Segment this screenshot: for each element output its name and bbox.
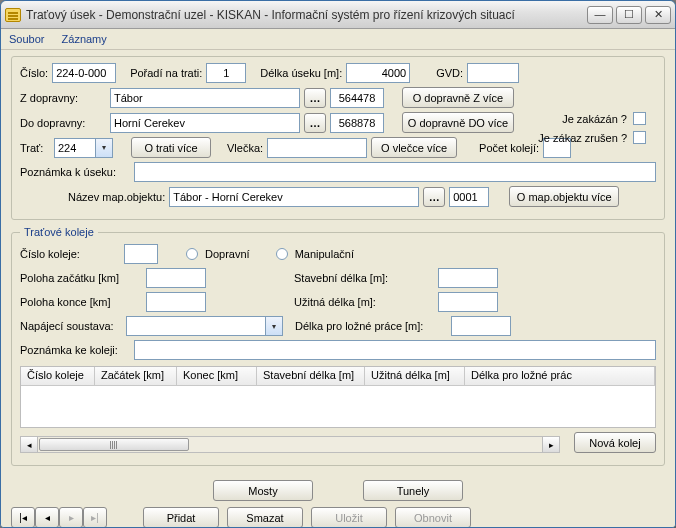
label-manipulacni: Manipulační — [295, 248, 354, 260]
label-dodopravny: Do dopravny: — [20, 117, 106, 129]
btn-mosty[interactable]: Mosty — [213, 480, 313, 501]
label-stav: Stavební délka [m]: — [294, 272, 434, 284]
label-zdopravny: Z dopravny: — [20, 92, 106, 104]
app-window: Traťový úsek - Demonstrační uzel - KISKA… — [0, 0, 676, 528]
scroll-left-icon[interactable]: ◂ — [21, 437, 38, 452]
input-poznk[interactable] — [134, 340, 656, 360]
koleje-table: Číslo koleje Začátek [km] Konec [km] Sta… — [20, 366, 656, 428]
input-vlecka[interactable] — [267, 138, 367, 158]
input-uzit[interactable] — [438, 292, 498, 312]
lookup-mapobj[interactable]: … — [423, 187, 445, 207]
input-stav[interactable] — [438, 268, 498, 288]
input-cislokoleje[interactable] — [124, 244, 158, 264]
btn-dodop-more[interactable]: O dopravně DO více — [402, 112, 514, 133]
input-dodopravny[interactable] — [110, 113, 300, 133]
btn-add[interactable]: Přidat — [143, 507, 219, 527]
input-poradi[interactable] — [206, 63, 246, 83]
btn-trat-more[interactable]: O trati více — [131, 137, 211, 158]
label-cislokoleje: Číslo koleje: — [20, 248, 120, 260]
check-zrusen[interactable] — [633, 131, 646, 144]
btn-zdop-more[interactable]: O dopravně Z více — [402, 87, 514, 108]
label-poznk: Poznámka ke koleji: — [20, 344, 130, 356]
input-mapobj-code[interactable] — [449, 187, 489, 207]
label-delka: Délka úseku [m]: — [260, 67, 342, 79]
col-zacatek[interactable]: Začátek [km] — [95, 367, 177, 386]
legend-koleje: Traťové koleje — [20, 226, 98, 238]
menu-file[interactable]: Soubor — [9, 33, 44, 45]
combo-trat[interactable]: ▾ — [54, 138, 113, 158]
input-delka[interactable] — [346, 63, 410, 83]
menubar: Soubor Záznamy — [1, 29, 675, 50]
label-poznamka: Poznámka k úseku: — [20, 166, 130, 178]
btn-refresh[interactable]: Obnovit — [395, 507, 471, 527]
col-konec[interactable]: Konec [km] — [177, 367, 257, 386]
input-poznamka[interactable] — [134, 162, 656, 182]
btn-tunely[interactable]: Tunely — [363, 480, 463, 501]
label-uzit: Užitná délka [m]: — [294, 296, 434, 308]
titlebar: Traťový úsek - Demonstrační uzel - KISKA… — [1, 1, 675, 29]
col-uzitdelka[interactable]: Užitná délka [m] — [365, 367, 465, 386]
input-trat[interactable] — [54, 138, 96, 158]
btn-nova-kolej[interactable]: Nová kolej — [574, 432, 656, 453]
chevron-down-icon[interactable]: ▾ — [266, 316, 283, 336]
input-dodop-code[interactable] — [330, 113, 384, 133]
label-pocet: Počet kolejí: — [479, 142, 539, 154]
menu-records[interactable]: Záznamy — [62, 33, 107, 45]
label-dopravni: Dopravní — [205, 248, 250, 260]
chevron-down-icon[interactable]: ▾ — [96, 138, 113, 158]
label-gvd: GVD: — [436, 67, 463, 79]
input-napaj[interactable] — [126, 316, 266, 336]
nav-next[interactable]: ▸ — [59, 507, 83, 527]
input-mapobj[interactable] — [169, 187, 419, 207]
input-zdopravny[interactable] — [110, 88, 300, 108]
app-icon — [5, 8, 21, 22]
label-polzac: Poloha začátku [km] — [20, 272, 142, 284]
nav-first[interactable]: |◂ — [11, 507, 35, 527]
label-lozne: Délka pro ložné práce [m]: — [295, 320, 447, 332]
label-poradi: Pořadí na trati: — [130, 67, 202, 79]
record-nav: |◂ ◂ ▸ ▸| — [11, 507, 107, 527]
lookup-zdopravny[interactable]: … — [304, 88, 326, 108]
label-mapobj: Název map.objektu: — [68, 191, 165, 203]
label-zrusen: Je zákaz zrušen ? — [538, 132, 627, 144]
scroll-thumb[interactable] — [39, 438, 189, 451]
input-polkon[interactable] — [146, 292, 206, 312]
check-zakazan[interactable] — [633, 112, 646, 125]
col-cislo[interactable]: Číslo koleje — [21, 367, 95, 386]
btn-delete[interactable]: Smazat — [227, 507, 303, 527]
maximize-button[interactable]: ☐ — [616, 6, 642, 24]
scroll-right-icon[interactable]: ▸ — [542, 437, 559, 452]
label-napaj: Napájecí soustava: — [20, 320, 122, 332]
table-hscroll[interactable]: ◂ ▸ — [20, 436, 560, 453]
btn-mapobj-more[interactable]: O map.objektu více — [509, 186, 619, 207]
input-polzac[interactable] — [146, 268, 206, 288]
col-lozne[interactable]: Délka pro ložné prác — [465, 367, 655, 386]
input-lozne[interactable] — [451, 316, 511, 336]
input-zdop-code[interactable] — [330, 88, 384, 108]
minimize-button[interactable]: — — [587, 6, 613, 24]
input-gvd[interactable] — [467, 63, 519, 83]
label-vlecka: Vlečka: — [227, 142, 263, 154]
label-cislo: Číslo: — [20, 67, 48, 79]
label-zakazan: Je zakázán ? — [562, 113, 627, 125]
nav-last[interactable]: ▸| — [83, 507, 107, 527]
btn-save[interactable]: Uložit — [311, 507, 387, 527]
radio-manipulacni[interactable] — [276, 248, 288, 260]
close-button[interactable]: ✕ — [645, 6, 671, 24]
combo-napaj[interactable]: ▾ — [126, 316, 283, 336]
btn-vlecka-more[interactable]: O vlečce více — [371, 137, 457, 158]
radio-dopravni[interactable] — [186, 248, 198, 260]
lookup-dodopravny[interactable]: … — [304, 113, 326, 133]
label-polkon: Poloha konce [km] — [20, 296, 142, 308]
window-title: Traťový úsek - Demonstrační uzel - KISKA… — [26, 8, 587, 22]
nav-prev[interactable]: ◂ — [35, 507, 59, 527]
col-stavdelka[interactable]: Stavební délka [m] — [257, 367, 365, 386]
input-cislo[interactable] — [52, 63, 116, 83]
label-trat: Trať: — [20, 142, 50, 154]
